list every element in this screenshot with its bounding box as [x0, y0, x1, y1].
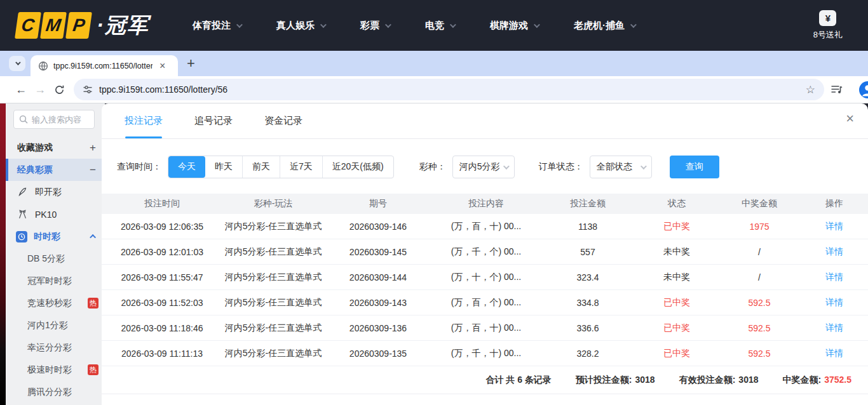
sidebar-subitem[interactable]: 腾讯分分彩 [6, 381, 105, 403]
records-tabs: 投注记录 追号记录 资金记录 × [102, 103, 868, 139]
table-header-row: 投注时间 彩种-玩法 期号 投注内容 投注金额 状态 中奖金额 操作 [102, 194, 868, 214]
sidebar-item-favorites[interactable]: 收藏游戏 + [6, 136, 105, 159]
chevron-down-icon [320, 22, 327, 28]
sidebar-item-classic-lottery[interactable]: 经典彩票 − [6, 159, 105, 181]
table-row: 2026-03-09 11:55:47 河内5分彩-任三直选单式 2026030… [102, 265, 868, 290]
ssc-sub-list: DB 5分彩 冠军时时彩 竞速秒秒彩热 河内1分彩 幸运分分彩 极速时时彩热 腾… [6, 248, 105, 403]
chevron-down-icon [236, 22, 243, 28]
sidebar-subitem[interactable]: 幸运分分彩 [6, 336, 105, 359]
nav-item-slots-fishing[interactable]: 老虎机·捕鱼 [574, 13, 635, 38]
detail-link[interactable]: 详情 [825, 221, 843, 231]
browser-toolbar: ← → tppc.9i159t.com:11650/lottery/56 ☆ [0, 76, 868, 103]
nav-item-board-games[interactable]: 棋牌游戏 [490, 13, 538, 38]
globe-icon [38, 61, 48, 71]
nav-item-sports[interactable]: 体育投注 [193, 13, 241, 38]
nav-item-esports[interactable]: 电竞 [425, 13, 454, 38]
chevron-down-icon [534, 22, 540, 28]
site-settings-icon[interactable] [83, 84, 93, 95]
sidebar-item-ssc[interactable]: 时时彩 [6, 225, 105, 248]
plus-icon[interactable]: + [90, 142, 96, 154]
search-input[interactable] [32, 115, 89, 124]
sidebar-subitem[interactable]: 极速时时彩热 [6, 359, 105, 381]
time-option-today[interactable]: 今天 [168, 156, 205, 178]
lottery-filter-label: 彩种： [419, 161, 446, 173]
status-badge: 未中奖 [635, 272, 718, 283]
detail-link[interactable]: 详情 [825, 297, 843, 307]
order-status-select[interactable]: 全部状态 [590, 156, 652, 178]
status-badge: 已中奖 [635, 221, 718, 232]
summary-valid: 有效投注金额: 3018 [679, 375, 759, 386]
time-option-yesterday[interactable]: 昨天 [205, 156, 242, 178]
tab-title: tppc.9i159t.com:11650/lotter [53, 62, 153, 70]
hot-badge: 热 [88, 298, 98, 309]
nav-item-live-casino[interactable]: 真人娱乐 [276, 13, 325, 38]
browser-tab[interactable]: tppc.9i159t.com:11650/lotter × [31, 55, 178, 76]
clock-icon [16, 231, 27, 242]
detail-link[interactable]: 详情 [825, 322, 843, 333]
tab-bet-records[interactable]: 投注记录 [125, 103, 163, 138]
sidebar-subitem[interactable]: 竞速秒秒彩热 [6, 292, 105, 314]
url-text: tppc.9i159t.com:11650/lottery/56 [99, 84, 806, 95]
detail-link[interactable]: 详情 [825, 272, 843, 282]
logo-letter-boxes: C M P [15, 12, 92, 39]
tab-fund-records[interactable]: 资金记录 [264, 103, 302, 138]
browser-tab-strip: tppc.9i159t.com:11650/lotter × + [0, 51, 868, 76]
chevron-down-icon [15, 60, 20, 65]
filter-bar: 查询时间： 今天 昨天 前天 近7天 近20天(低频) 彩种： 河内5分彩 订单… [102, 139, 868, 194]
rocket-icon [16, 187, 29, 197]
status-filter-label: 订单状态： [539, 161, 583, 173]
summary-total: 合计 共 6 条记录 [485, 375, 551, 386]
forward-button[interactable]: → [31, 83, 50, 96]
time-filter-label: 查询时间： [117, 161, 161, 173]
time-option-day-before[interactable]: 前天 [242, 156, 280, 178]
sidebar-subitem[interactable]: DB 5分彩 [6, 248, 105, 270]
records-panel: 投注记录 追号记录 资金记录 × 查询时间： 今天 昨天 前天 近7天 近20天… [102, 103, 868, 405]
reload-button[interactable] [50, 84, 69, 95]
tab-search-button[interactable] [9, 56, 25, 71]
racing-flags-icon [16, 209, 29, 220]
lottery-select[interactable]: 河内5分彩 [452, 156, 515, 178]
page-content: 收藏游戏 + 经典彩票 − 即开彩 PK10 [0, 103, 868, 405]
sidebar-item-pk10[interactable]: PK10 [6, 203, 105, 225]
status-badge: 已中奖 [635, 322, 718, 334]
chevron-down-icon [503, 163, 510, 169]
tab-chase-records[interactable]: 追号记录 [194, 103, 233, 138]
logo-text: ·冠军 [97, 11, 149, 40]
tab-close-icon[interactable]: × [158, 61, 167, 71]
bookmark-star-icon[interactable]: ☆ [806, 83, 815, 96]
table-row: 2026-03-09 11:18:46 河内5分彩-任三直选单式 2026030… [102, 315, 868, 341]
summary-prize: 中奖金额: 3752.5 [783, 375, 852, 386]
gift-label: 8号送礼 [813, 29, 843, 41]
table-summary: 合计 共 6 条记录 预计投注金额: 3018 有效投注金额: 3018 中奖金… [102, 366, 868, 394]
detail-link[interactable]: 详情 [825, 246, 843, 256]
chevron-down-icon [450, 22, 456, 28]
site-logo[interactable]: C M P ·冠军 [17, 11, 149, 40]
sidebar-subitem[interactable]: 冠军时时彩 [6, 270, 105, 292]
sidebar-subitem[interactable]: 河内1分彩 [6, 314, 105, 336]
chevron-down-icon [641, 163, 647, 169]
status-badge: 已中奖 [635, 348, 718, 359]
bet-records-table: 投注时间 彩种-玩法 期号 投注内容 投注金额 状态 中奖金额 操作 2026-… [102, 194, 868, 366]
search-icon [19, 115, 28, 124]
profile-avatar[interactable] [859, 81, 868, 98]
sidebar-item-instant-lottery[interactable]: 即开彩 [6, 181, 105, 203]
sidebar-search[interactable] [13, 110, 95, 129]
time-option-7days[interactable]: 近7天 [280, 156, 322, 178]
detail-link[interactable]: 详情 [825, 348, 843, 358]
close-icon[interactable]: × [846, 112, 854, 126]
new-tab-button[interactable]: + [187, 56, 195, 70]
minus-icon[interactable]: − [90, 164, 96, 176]
back-button[interactable]: ← [11, 83, 31, 96]
chevron-up-icon [90, 234, 96, 241]
address-bar[interactable]: tppc.9i159t.com:11650/lottery/56 ☆ [74, 79, 824, 100]
gift-promo-button[interactable]: ¥ 8号送礼 [813, 10, 843, 41]
table-row: 2026-03-09 11:52:03 河内5分彩-任三直选单式 2026030… [102, 290, 868, 315]
query-button[interactable]: 查询 [670, 156, 719, 178]
summary-expected: 预计投注金额: 3018 [576, 375, 655, 386]
time-option-20days[interactable]: 近20天(低频) [322, 156, 393, 178]
main-navigation: 体育投注 真人娱乐 彩票 电竞 棋牌游戏 老虎机·捕鱼 [157, 13, 635, 38]
nav-item-lottery[interactable]: 彩票 [360, 13, 390, 38]
hot-badge: 热 [88, 364, 98, 375]
site-header: C M P ·冠军 体育投注 真人娱乐 彩票 电竞 棋牌游戏 老虎机·捕鱼 ¥ … [0, 0, 868, 51]
media-controls-icon[interactable] [831, 84, 843, 95]
